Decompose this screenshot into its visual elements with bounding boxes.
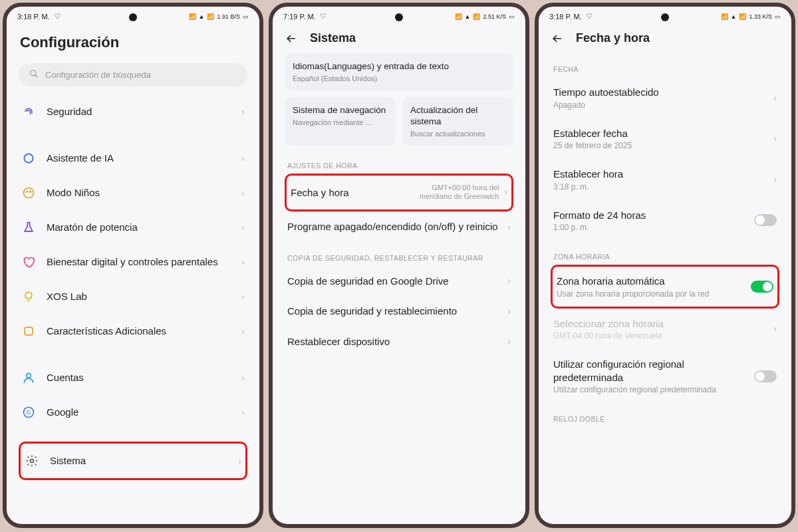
back-arrow-icon[interactable]	[551, 32, 564, 45]
row-formato-24h[interactable]: Formato de 24 horas 1:00 p. m.	[551, 200, 779, 241]
row-drive-backup[interactable]: Copia de seguridad en Google Drive ›	[285, 266, 513, 297]
row-maraton[interactable]: Maratón de potencia ›	[19, 210, 247, 245]
toggle-24h[interactable]	[754, 214, 777, 226]
page-header: Configuración	[7, 23, 259, 59]
search-input[interactable]: Configuración de búsqueda	[19, 63, 247, 86]
section-backup: COPIA DE SEGURIDAD, RESTABLECER Y RESTAU…	[285, 242, 513, 266]
phone-sistema: 7:19 P. M. ♡ 📶 ▲ 📶 2.51 K/S ▭ Sistema Id…	[269, 3, 529, 528]
chevron-right-icon: ›	[241, 326, 245, 336]
page-title: Sistema	[310, 31, 356, 45]
svg-point-6	[25, 292, 32, 299]
row-bienestar[interactable]: Bienestar digital y controles parentales…	[19, 245, 247, 279]
row-sistema[interactable]: Sistema ›	[25, 445, 241, 477]
row-copia-restablecimiento[interactable]: Copia de seguridad y restablecimiento ›	[285, 296, 513, 327]
person-icon	[21, 370, 36, 385]
phone-fecha-hora: 3:18 P. M. ♡ 📶 ▲ 📶 1.33 K/S ▭ Fecha y ho…	[535, 3, 795, 528]
page-header: Fecha y hora	[539, 23, 791, 53]
highlight-sistema: Sistema ›	[19, 442, 247, 480]
status-time: 3:18 P. M.	[17, 13, 50, 21]
toggle-zona-auto[interactable]	[751, 281, 773, 293]
chevron-right-icon: ›	[507, 336, 511, 346]
row-establecer-hora[interactable]: Establecer hora 3:18 p. m. ›	[551, 159, 779, 200]
svg-text:G: G	[26, 409, 31, 416]
row-establecer-fecha[interactable]: Establecer fecha 25 de febrero de 2025 ›	[551, 118, 779, 160]
chevron-right-icon: ›	[241, 188, 245, 198]
row-programar[interactable]: Programe apagado/encendido (on/off) y re…	[285, 211, 513, 242]
chevron-right-icon: ›	[241, 372, 245, 383]
chevron-right-icon: ›	[773, 133, 777, 144]
row-google[interactable]: G Google ›	[19, 395, 247, 430]
row-seguridad[interactable]: Seguridad ›	[19, 94, 247, 129]
wifi-icon: ▲	[465, 13, 471, 20]
row-seleccionar-zona: Seleccionar zona horaria GMT-04:00 hora …	[551, 309, 779, 350]
kids-icon	[21, 186, 36, 200]
row-caracteristicas[interactable]: Características Adicionales ›	[19, 314, 247, 348]
section-zona-horaria: ZONA HORARIA	[551, 241, 779, 265]
chevron-right-icon: ›	[241, 291, 245, 302]
row-zona-auto[interactable]: Zona horaria automática Usar zona horari…	[557, 268, 773, 305]
chevron-right-icon: ›	[773, 92, 777, 103]
chevron-right-icon: ›	[241, 106, 245, 117]
battery-icon: ▭	[243, 13, 249, 20]
back-arrow-icon[interactable]	[285, 32, 298, 45]
vowifi-icon: 📶	[189, 13, 196, 20]
row-config-regional[interactable]: Utilizar configuración regional predeter…	[551, 349, 779, 403]
svg-line-1	[35, 75, 38, 78]
chevron-right-icon: ›	[504, 187, 507, 198]
svg-point-5	[30, 192, 31, 193]
highlight-zona-auto: Zona horaria automática Usar zona horari…	[551, 265, 779, 309]
page-header: Sistema	[273, 23, 525, 53]
row-cuentas[interactable]: Cuentas ›	[19, 360, 247, 395]
heart-icon: ♡	[320, 12, 327, 21]
card-nav-system[interactable]: Sistema de navegación Navegación mediant…	[285, 97, 396, 146]
svg-point-2	[24, 154, 33, 162]
row-modo-ninos[interactable]: Modo Niños ›	[19, 176, 247, 210]
section-fecha: FECHA	[551, 53, 779, 77]
section-reloj-doble: RELOJ DOBLE	[551, 403, 779, 427]
chevron-right-icon: ›	[241, 257, 245, 267]
card-system-update[interactable]: Actualización del sistema Buscar actuali…	[402, 97, 513, 146]
chevron-right-icon: ›	[241, 222, 245, 233]
page-title: Fecha y hora	[576, 31, 650, 45]
svg-point-11	[31, 460, 34, 463]
card-languages[interactable]: Idiomas(Languages) y entrada de texto Es…	[285, 53, 513, 90]
chevron-right-icon: ›	[507, 306, 511, 317]
wifi-icon: ▲	[731, 13, 737, 20]
heart-outline-icon	[21, 255, 36, 269]
camera-notch	[661, 13, 669, 21]
data-speed: 2.51 K/S	[483, 13, 506, 20]
heart-icon: ♡	[586, 12, 593, 21]
signal-icon: 📶	[739, 13, 746, 20]
row-xos-lab[interactable]: XOS Lab ›	[19, 279, 247, 314]
section-ajustes-hora: AJUSTES DE HORA	[285, 150, 513, 174]
assistant-icon	[21, 151, 36, 166]
toggle-regional[interactable]	[754, 370, 777, 382]
flask-icon	[21, 220, 36, 235]
vowifi-icon: 📶	[455, 13, 462, 20]
svg-point-4	[27, 192, 28, 193]
gear-icon	[25, 454, 39, 468]
row-value: GMT+00:00 hora del meridiano de Greenwic…	[406, 184, 499, 202]
row-tiempo-auto[interactable]: Tiempo autoestablecido Apagado ›	[551, 77, 779, 118]
chevron-right-icon: ›	[773, 323, 777, 334]
data-speed: 1.91 B/S	[217, 13, 240, 20]
row-reset-device[interactable]: Restablecer dispositivo ›	[285, 327, 513, 357]
svg-point-0	[31, 70, 36, 76]
battery-icon: ▭	[775, 13, 781, 20]
row-fecha-hora[interactable]: Fecha y hora GMT+00:00 hora del meridian…	[291, 177, 507, 209]
chevron-right-icon: ›	[241, 153, 245, 164]
bulb-icon	[21, 289, 36, 304]
phone-configuracion: 3:18 P. M. ♡ 📶 ▲ 📶 1.91 B/S ▭ Configurac…	[3, 3, 263, 528]
google-icon: G	[21, 405, 36, 420]
signal-icon: 📶	[207, 13, 214, 20]
search-placeholder: Configuración de búsqueda	[45, 70, 151, 80]
page-title: Configuración	[20, 34, 246, 51]
wifi-icon: ▲	[199, 13, 205, 20]
chevron-right-icon: ›	[238, 456, 241, 466]
svg-rect-7	[25, 327, 33, 335]
row-asistente-ia[interactable]: Asistente de IA ›	[19, 141, 247, 176]
square-icon	[21, 324, 36, 338]
highlight-fecha-hora: Fecha y hora GMT+00:00 hora del meridian…	[285, 174, 513, 212]
fingerprint-icon	[21, 104, 36, 119]
status-time: 3:18 P. M.	[549, 13, 582, 21]
